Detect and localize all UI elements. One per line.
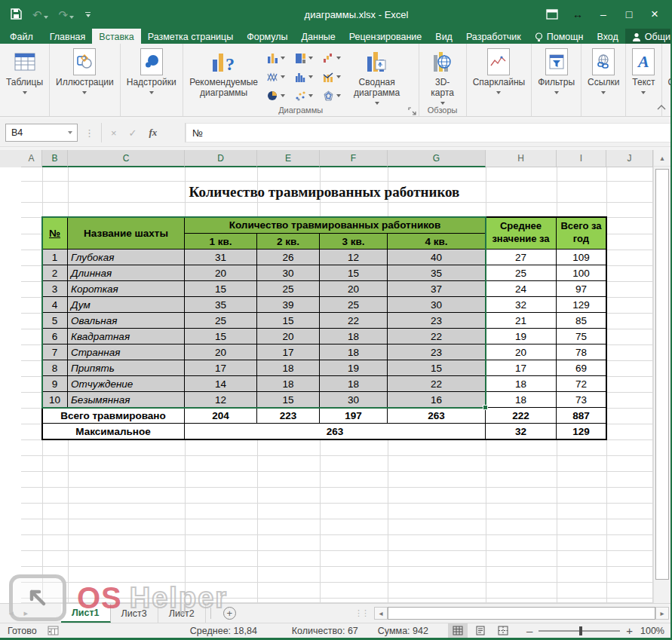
cell-G14[interactable]: 22 xyxy=(388,376,486,392)
cell-B8[interactable]: 3 xyxy=(42,281,68,297)
zoom-out-button[interactable]: – xyxy=(526,624,532,637)
maximize-button[interactable]: □ xyxy=(616,3,642,26)
name-box-dropdown-icon[interactable] xyxy=(68,131,72,134)
column-chart-button[interactable] xyxy=(262,48,290,67)
cell-I12[interactable]: 78 xyxy=(557,344,606,360)
cell-F15[interactable]: 30 xyxy=(320,392,388,408)
cell-H13[interactable]: 17 xyxy=(486,360,557,376)
column-header-C[interactable]: C xyxy=(68,150,185,167)
cell-D5-quarter-header[interactable]: 1 кв. xyxy=(185,234,257,250)
cell-E16[interactable]: 223 xyxy=(257,408,320,424)
column-header-D[interactable]: D xyxy=(185,150,257,167)
tab-разработчик[interactable]: Разработчик xyxy=(459,29,528,44)
cell-E7[interactable]: 30 xyxy=(257,265,320,281)
zoom-in-button[interactable]: + xyxy=(626,624,633,637)
tab-вид[interactable]: Вид xyxy=(428,29,459,44)
cell-H4-avg-header[interactable]: Среднее значение за xyxy=(486,217,557,250)
line-chart-button[interactable] xyxy=(262,67,290,86)
add-sheet-button[interactable]: + xyxy=(223,607,236,620)
cell-C6[interactable]: Глубокая xyxy=(68,250,185,265)
cell-G5-quarter-header[interactable]: 4 кв. xyxy=(388,234,486,250)
column-header-A[interactable]: A xyxy=(21,150,42,167)
tab-signin[interactable]: Вход xyxy=(591,29,625,44)
cell-H10[interactable]: 21 xyxy=(486,313,557,329)
cell-F5-quarter-header[interactable]: 3 кв. xyxy=(320,234,388,250)
tab-help[interactable]: Помощн xyxy=(528,29,591,44)
cell-G13[interactable]: 15 xyxy=(388,360,486,376)
cell-B14[interactable]: 9 xyxy=(42,376,68,392)
cell-G7[interactable]: 35 xyxy=(388,265,486,281)
cell-C14[interactable]: Отчуждение xyxy=(68,376,185,392)
cell-B11[interactable]: 6 xyxy=(42,329,68,344)
tab-данные[interactable]: Данные xyxy=(295,29,342,44)
prev-sheet-icon[interactable]: ◂ xyxy=(9,608,14,618)
cell-D15[interactable]: 12 xyxy=(185,392,257,408)
pie-chart-button[interactable] xyxy=(262,86,290,105)
charts-dialog-launcher-icon[interactable] xyxy=(408,105,417,114)
cell-E6[interactable]: 26 xyxy=(257,250,320,265)
cell-H9[interactable]: 32 xyxy=(486,297,557,313)
cell-H6[interactable]: 27 xyxy=(486,250,557,265)
zoom-level[interactable]: 100% xyxy=(640,626,672,636)
cell-E9[interactable]: 39 xyxy=(257,297,320,313)
cell-D6[interactable]: 31 xyxy=(185,250,257,265)
normal-view-button[interactable] xyxy=(448,623,468,638)
column-header-H[interactable]: H xyxy=(486,150,557,167)
cell-B15[interactable]: 10 xyxy=(42,392,68,408)
cell-C7[interactable]: Длинная xyxy=(68,265,185,281)
scroll-right-icon[interactable]: ▸ xyxy=(655,607,669,620)
cell-B17-max-label[interactable]: Максимальное xyxy=(42,424,185,439)
cell-D16[interactable]: 204 xyxy=(185,408,257,424)
cell-C8[interactable]: Короткая xyxy=(68,281,185,297)
cell-F11[interactable]: 18 xyxy=(320,329,388,344)
cell-E13[interactable]: 18 xyxy=(257,360,320,376)
cell-C11[interactable]: Квадратная xyxy=(68,329,185,344)
cell-G10[interactable]: 23 xyxy=(388,313,486,329)
vertical-scrollbar[interactable]: ▴ xyxy=(653,150,670,603)
cell-F7[interactable]: 15 xyxy=(320,265,388,281)
cell-G15[interactable]: 16 xyxy=(388,392,486,408)
cell-E5-quarter-header[interactable]: 2 кв. xyxy=(257,234,320,250)
cancel-icon[interactable]: × xyxy=(111,127,117,139)
text-button[interactable]: A Текст xyxy=(628,45,658,106)
tab-рецензирование[interactable]: Рецензирование xyxy=(342,29,429,44)
cell-D4-group-header[interactable]: Количество травмированных работников xyxy=(185,217,486,234)
cell-B12[interactable]: 7 xyxy=(42,344,68,360)
tab-главная[interactable]: Главная xyxy=(43,29,93,44)
page-break-view-button[interactable] xyxy=(493,623,513,638)
hscroll-splitter[interactable]: ⋮⋮ xyxy=(354,608,368,618)
column-header-G[interactable]: G xyxy=(388,150,486,167)
column-header-E[interactable]: E xyxy=(257,150,320,167)
cell-E12[interactable]: 17 xyxy=(257,344,320,360)
cell-H14[interactable]: 18 xyxy=(486,376,557,392)
formula-bar-splitter[interactable]: ⋮ xyxy=(84,127,94,139)
cell-I14[interactable]: 72 xyxy=(557,376,606,392)
cell-B4-corner-header[interactable]: № xyxy=(42,217,68,250)
cell-E14[interactable]: 18 xyxy=(257,376,320,392)
enter-icon[interactable]: ✓ xyxy=(129,127,137,139)
cell-B16-totals-label[interactable]: Всего травмировано xyxy=(42,408,185,424)
cell-H12[interactable]: 20 xyxy=(486,344,557,360)
cell-D17-max-value[interactable]: 263 xyxy=(185,424,486,439)
cell-F16[interactable]: 197 xyxy=(320,408,388,424)
cell-I9[interactable]: 129 xyxy=(557,297,606,313)
cell-E8[interactable]: 25 xyxy=(257,281,320,297)
cell-G12[interactable]: 23 xyxy=(388,344,486,360)
scroll-up-icon[interactable]: ▴ xyxy=(654,150,670,167)
cell-E11[interactable]: 20 xyxy=(257,329,320,344)
cell-D14[interactable]: 14 xyxy=(185,376,257,392)
cell-I7[interactable]: 100 xyxy=(557,265,606,281)
collapse-ribbon-icon[interactable] xyxy=(657,100,666,113)
tab-файл[interactable]: Файл xyxy=(0,29,43,44)
cell-I17[interactable]: 129 xyxy=(557,424,606,439)
cell-I13[interactable]: 69 xyxy=(557,360,606,376)
column-header-B[interactable]: B xyxy=(42,150,68,167)
illustrations-button[interactable]: Иллюстрации xyxy=(52,45,118,106)
waterfall-chart-button[interactable] xyxy=(318,48,346,67)
cell-B7[interactable]: 2 xyxy=(42,265,68,281)
save-icon[interactable] xyxy=(11,8,22,21)
cell-G9[interactable]: 30 xyxy=(388,297,486,313)
cell-D7[interactable]: 20 xyxy=(185,265,257,281)
cell-C13[interactable]: Припять xyxy=(68,360,185,376)
sheet-tab-лист2[interactable]: Лист2 xyxy=(158,604,206,623)
